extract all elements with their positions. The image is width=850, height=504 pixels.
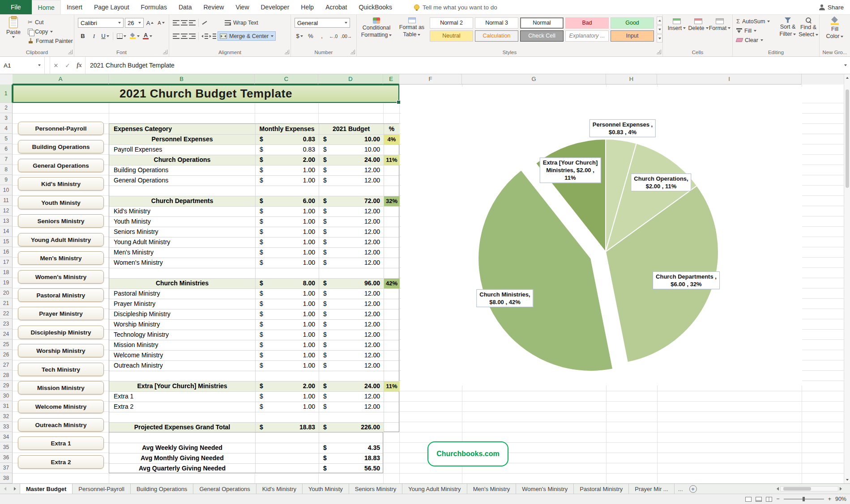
sheet-tab-scroll-right-button[interactable]	[10, 484, 20, 494]
expense-label-row-33[interactable]: Projected Expenses Grand Total	[109, 422, 255, 432]
expense-label-row-25[interactable]: Mission Ministry	[109, 340, 255, 350]
row-header-33[interactable]: 33	[0, 422, 13, 432]
budget-value-row-24[interactable]: $12.00	[319, 330, 384, 340]
cell-style-neutral[interactable]: Neutral	[430, 30, 473, 42]
cell-style-bad[interactable]: Bad	[565, 17, 609, 29]
align-right-icon[interactable]	[189, 34, 196, 39]
budget-value-row-20[interactable]: $12.00	[319, 288, 384, 299]
shape-button-prayer-ministry[interactable]: Prayer Ministry	[18, 307, 104, 320]
sheet-tab-seniors-ministry[interactable]: Seniors Ministry	[349, 484, 402, 494]
monthly-value-row-8[interactable]: $1.00	[255, 165, 319, 175]
row-header-23[interactable]: 23	[0, 319, 13, 329]
align-middle-icon[interactable]	[181, 20, 188, 25]
budget-value-row-12[interactable]: $12.00	[319, 206, 384, 216]
formula-input[interactable]: 2021 Church Budget Template	[85, 57, 841, 74]
row-header-19[interactable]: 19	[0, 278, 13, 288]
cell-style-good[interactable]: Good	[611, 17, 654, 29]
scroll-down-button[interactable]	[844, 476, 850, 483]
column-header-h[interactable]: H	[606, 74, 657, 85]
hscroll-left-icon[interactable]	[777, 487, 779, 491]
zoom-level[interactable]: 90%	[835, 496, 846, 502]
shape-button-pastoral-ministry[interactable]: Pastoral Ministry	[18, 288, 104, 302]
underline-button[interactable]: U	[100, 31, 110, 41]
monthly-value-row-23[interactable]: $1.00	[255, 319, 319, 330]
shape-button-extra-2[interactable]: Extra 2	[18, 455, 104, 469]
increase-decimal-button[interactable]: ←.0	[328, 31, 338, 41]
row-header-25[interactable]: 25	[0, 339, 13, 350]
shape-button-seniors-ministry[interactable]: Seniors Ministry	[18, 214, 104, 228]
row-header-27[interactable]: 27	[0, 360, 13, 370]
budget-value-row-26[interactable]: $12.00	[319, 350, 384, 360]
row-header-20[interactable]: 20	[0, 288, 13, 298]
merge-center-button[interactable]: Merge & Center	[218, 31, 276, 41]
cell-style-explanatory[interactable]: Explanatory ...	[565, 30, 609, 42]
pct-value-row-19[interactable]: 42%	[384, 278, 400, 288]
expense-label-row-5[interactable]: Personnel Expenses	[109, 134, 255, 144]
cut-button[interactable]: ✂Cut	[26, 17, 75, 27]
expense-label-row-31[interactable]: Extra 2	[109, 402, 255, 412]
ribbon-tab-data[interactable]: Data	[173, 0, 198, 14]
shape-button-extra-1[interactable]: Extra 1	[18, 436, 104, 450]
header-percent[interactable]: %	[384, 124, 400, 134]
chart-label-extra-your-church-ministries[interactable]: Extra [Your Church]Ministries, $2.00 ,11…	[540, 157, 601, 183]
expense-label-row-15[interactable]: Young Adult Ministry	[109, 237, 255, 247]
shape-button-tech-ministry[interactable]: Tech Ministry	[18, 363, 104, 376]
expense-label-row-19[interactable]: Church Ministries	[109, 278, 255, 288]
row-header-9[interactable]: 9	[0, 175, 13, 185]
column-header-b[interactable]: B	[109, 74, 255, 85]
shape-button-youth-ministy[interactable]: Youth Ministy	[18, 196, 104, 209]
tell-me-box[interactable]: Tell me what you want to do	[414, 0, 497, 14]
gallery-scroll-down-button[interactable]	[657, 25, 662, 34]
column-header-a[interactable]: A	[13, 74, 109, 85]
budget-value-row-33[interactable]: $226.00	[319, 422, 384, 432]
expense-label-row-29[interactable]: Extra [Your Church] Ministries	[109, 381, 255, 391]
row-header-28[interactable]: 28	[0, 370, 13, 381]
expense-label-row-12[interactable]: Kid's Ministry	[109, 206, 255, 216]
row-header-34[interactable]: 34	[0, 432, 13, 442]
budget-value-row-19[interactable]: $96.00	[319, 278, 384, 288]
name-box[interactable]: A1	[0, 57, 45, 74]
increase-font-size-button[interactable]: A	[145, 18, 155, 28]
monthly-value-row-31[interactable]: $1.00	[255, 402, 319, 412]
monthly-value-row-24[interactable]: $1.00	[255, 330, 319, 340]
format-painter-button[interactable]: Format Painter	[26, 36, 75, 46]
summary-label-row-36[interactable]: Avg Monthly Giving Needed	[109, 453, 255, 463]
row-header-35[interactable]: 35	[0, 442, 13, 453]
orientation-icon[interactable]	[201, 20, 208, 25]
pct-value-row-7[interactable]: 11%	[384, 155, 400, 165]
column-header-c[interactable]: C	[255, 74, 318, 85]
budget-value-row-16[interactable]: $12.00	[319, 247, 384, 258]
italic-button[interactable]: I	[89, 31, 99, 41]
row-header-24[interactable]: 24	[0, 329, 13, 339]
sheet-tab-building-operations[interactable]: Building Operations	[131, 484, 193, 494]
expense-label-row-17[interactable]: Women's Ministry	[109, 258, 255, 268]
shape-button-mission-ministry[interactable]: Mission Ministry	[18, 381, 104, 394]
expense-label-row-16[interactable]: Men's Ministry	[109, 247, 255, 258]
row-header-6[interactable]: 6	[0, 144, 13, 154]
decrease-decimal-button[interactable]: .00→	[340, 31, 353, 41]
budget-value-row-17[interactable]: $12.00	[319, 258, 384, 268]
sheet-tab-general-operations[interactable]: General Operations	[193, 484, 256, 494]
shape-button-young-adult-ministry[interactable]: Young Adult Ministry	[18, 233, 104, 246]
shape-button-worship-ministry[interactable]: Worship Ministry	[18, 344, 104, 357]
sheet-tab-personnel-payroll[interactable]: Personnel-Payroll	[73, 484, 131, 494]
header-expenses-category[interactable]: Expenses Category	[109, 124, 255, 134]
column-header-i[interactable]: I	[657, 74, 802, 85]
zoom-slider-thumb[interactable]	[803, 497, 805, 501]
cancel-entry-button[interactable]: ✕	[50, 57, 62, 74]
summary-value-row-35[interactable]: $4.35	[319, 443, 384, 453]
sheet-tab-master-budget[interactable]: Master Budget	[20, 484, 73, 494]
row-header-7[interactable]: 7	[0, 154, 13, 165]
scroll-up-button[interactable]	[844, 74, 850, 81]
column-header-f[interactable]: F	[399, 74, 462, 85]
budget-value-row-22[interactable]: $12.00	[319, 309, 384, 319]
sheet-tab-overflow[interactable]: ...	[675, 484, 687, 494]
row-header-12[interactable]: 12	[0, 206, 13, 216]
summary-label-row-37[interactable]: Avg Quarterly Giving Needed	[109, 463, 255, 474]
budget-value-row-8[interactable]: $12.00	[319, 165, 384, 175]
row-header-10[interactable]: 10	[0, 185, 13, 195]
ribbon-tab-developer[interactable]: Developer	[255, 0, 295, 14]
budget-value-row-14[interactable]: $12.00	[319, 227, 384, 237]
ribbon-tab-page-layout[interactable]: Page Layout	[88, 0, 135, 14]
pct-value-row-29[interactable]: 11%	[384, 381, 400, 391]
